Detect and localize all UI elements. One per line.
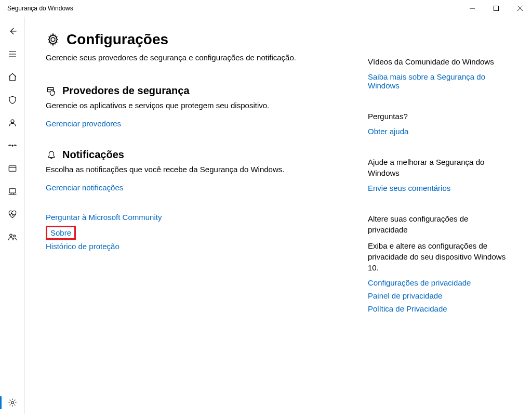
svg-point-1	[11, 120, 14, 123]
manage-notifications-link[interactable]: Gerenciar notificações	[46, 183, 337, 192]
ask-community-link[interactable]: Perguntar à Microsoft Community	[46, 213, 337, 222]
account-icon[interactable]	[0, 111, 25, 134]
svg-point-8	[51, 37, 55, 42]
maximize-button[interactable]	[484, 0, 508, 17]
questions-heading: Perguntas?	[368, 111, 508, 122]
footer-links: Perguntar à Microsoft Community Sobre Hi…	[46, 213, 337, 251]
svg-rect-0	[494, 6, 499, 11]
svg-rect-4	[9, 189, 16, 193]
about-link[interactable]: Sobre	[50, 228, 71, 237]
svg-rect-3	[9, 166, 16, 172]
page-title: Configurações	[66, 31, 168, 48]
notifications-section: Notificações Escolha as notificações que…	[46, 149, 337, 192]
close-button[interactable]	[508, 0, 532, 17]
window-title: Segurança do Windows	[7, 5, 73, 12]
privacy-dashboard-link[interactable]: Painel de privacidade	[368, 291, 508, 300]
providers-description: Gerencie os aplicativos e serviços que p…	[46, 101, 337, 110]
shield-icon[interactable]	[0, 88, 25, 111]
providers-section: Provedores de segurança Gerencie os apli…	[46, 85, 337, 128]
svg-point-5	[9, 234, 12, 237]
questions-block: Perguntas? Obter ajuda	[368, 111, 508, 136]
back-button[interactable]	[0, 20, 25, 43]
device-security-icon[interactable]	[0, 180, 25, 203]
svg-point-7	[11, 402, 14, 404]
feedback-heading: Ajude a melhorar a Segurança do Windows	[368, 157, 508, 178]
page-header: Configurações	[46, 31, 337, 48]
titlebar: Segurança do Windows	[0, 0, 532, 17]
svg-point-6	[13, 235, 15, 237]
about-highlight: Sobre	[46, 226, 76, 240]
privacy-settings-link[interactable]: Configurações de privacidade	[368, 278, 508, 287]
firewall-icon[interactable]	[0, 134, 25, 157]
manage-providers-link[interactable]: Gerenciar provedores	[46, 119, 337, 128]
gear-icon	[46, 32, 60, 47]
bell-icon	[46, 149, 57, 161]
privacy-heading: Altere suas configurações de privacidade	[368, 213, 508, 235]
page-description: Gerencie seus provedores de segurança e …	[46, 53, 337, 62]
providers-icon	[46, 85, 57, 97]
notifications-description: Escolha as notificações que você recebe …	[46, 165, 337, 174]
protection-history-link[interactable]: Histórico de proteção	[46, 242, 337, 251]
privacy-policy-link[interactable]: Política de Privacidade	[368, 304, 508, 313]
app-browser-icon[interactable]	[0, 157, 25, 180]
feedback-block: Ajude a melhorar a Segurança do Windows …	[368, 157, 508, 192]
videos-heading: Vídeos da Comunidade do Windows	[368, 56, 508, 67]
minimize-button[interactable]	[460, 0, 484, 17]
main-content: Configurações Gerencie seus provedores d…	[25, 17, 532, 414]
home-icon[interactable]	[0, 66, 25, 88]
svg-point-2	[11, 145, 12, 146]
privacy-block: Altere suas configurações de privacidade…	[368, 213, 508, 313]
aside-column: Vídeos da Comunidade do Windows Saiba ma…	[368, 31, 508, 404]
videos-block: Vídeos da Comunidade do Windows Saiba ma…	[368, 56, 508, 90]
get-help-link[interactable]: Obter ajuda	[368, 127, 508, 136]
device-performance-icon[interactable]	[0, 203, 25, 226]
providers-heading: Provedores de segurança	[62, 85, 190, 97]
videos-link[interactable]: Saiba mais sobre a Segurança do Windows	[368, 72, 508, 90]
privacy-body: Exiba e altere as configurações de priva…	[368, 240, 508, 273]
notifications-heading: Notificações	[62, 149, 124, 161]
settings-icon[interactable]	[0, 391, 25, 414]
feedback-link[interactable]: Envie seus comentários	[368, 184, 508, 192]
family-icon[interactable]	[0, 226, 25, 249]
sidebar	[0, 17, 25, 414]
menu-button[interactable]	[0, 43, 25, 66]
